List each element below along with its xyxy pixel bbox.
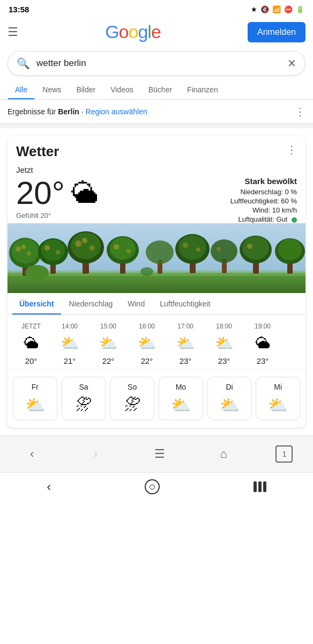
hour-icon-0: 🌥 [24, 334, 39, 352]
hour-icon-3: ⛅ [138, 334, 156, 352]
weather-header: Wetter ⋮ [8, 136, 305, 162]
air-quality-row: Luftqualität: Gut [230, 215, 297, 223]
weather-condition-icon: 🌥 [71, 177, 99, 209]
clear-search-icon[interactable]: ✕ [287, 57, 296, 70]
signin-button[interactable]: Anmelden [248, 22, 305, 42]
day-card-di[interactable]: Di ⛅ [207, 377, 252, 420]
hour-icon-6: 🌥 [255, 334, 270, 352]
svg-point-41 [278, 239, 302, 260]
hour-temp-4: 23° [180, 356, 192, 365]
more-options-icon[interactable]: ⋮ [295, 105, 305, 118]
results-location: Berlin [58, 107, 79, 116]
hour-item-2: 15:00 ⛅ 22° [89, 320, 128, 368]
day-card-mo[interactable]: Mo ⛅ [159, 377, 203, 420]
day-icon-fr: ⛅ [25, 396, 45, 414]
tab-bilder[interactable]: Bilder [69, 80, 103, 99]
svg-point-24 [126, 249, 131, 253]
hour-icon-1: ⛅ [61, 334, 79, 352]
day-card-mi[interactable]: Mi ⛅ [256, 377, 300, 420]
weather-title: Wetter [16, 143, 59, 160]
day-card-so[interactable]: So ⛈ [110, 377, 154, 420]
day-name-mi: Mi [274, 383, 282, 391]
weather-more-icon[interactable]: ⋮ [286, 143, 297, 156]
weather-tab-niederschlag[interactable]: Niederschlag [62, 293, 121, 314]
hour-icon-4: ⛅ [176, 334, 195, 352]
back-button[interactable]: ‹ [20, 442, 44, 466]
android-back-button[interactable]: ‹ [47, 479, 51, 494]
day-card-fr[interactable]: Fr ⛅ [13, 377, 57, 420]
precipitation-label: Niederschlag: [240, 188, 285, 196]
hour-temp-6: 23° [257, 356, 269, 365]
weather-tab-luftfeuchtigkeit[interactable]: Luftfeuchtigkeit [152, 293, 218, 314]
svg-point-38 [247, 244, 252, 249]
hour-temp-2: 22° [102, 356, 115, 365]
hour-temp-3: 22° [141, 356, 153, 365]
hour-time-2: 15:00 [100, 323, 116, 330]
hour-item-5: 18:00 ⛅ 23° [205, 320, 243, 368]
tab-alle[interactable]: Alle [8, 80, 35, 99]
hour-temp-5: 23° [218, 356, 230, 365]
tabs-button[interactable]: 1 [275, 445, 293, 463]
wind-label: Wind: [252, 206, 272, 214]
results-separator: · [81, 107, 86, 116]
svg-point-23 [114, 244, 119, 250]
battery-icon: 🔋 [296, 5, 304, 13]
weather-details: Stark bewölkt Niederschlag: 0 % Luftfeuc… [230, 177, 297, 223]
temperature-value: 20° [16, 177, 65, 209]
air-quality-indicator [292, 217, 297, 223]
search-bar-wrapper: 🔍 wetter berlin ✕ [0, 47, 313, 78]
weather-tab-wind[interactable]: Wind [120, 293, 152, 314]
tab-finanzen[interactable]: Finanzen [180, 80, 226, 99]
svg-point-30 [183, 243, 188, 248]
header: ☰ Google Anmelden [0, 17, 313, 47]
day-icon-sa: ⛈ [76, 396, 92, 414]
search-query[interactable]: wetter berlin [36, 58, 287, 69]
results-text: Ergebnisse für Berlin · Region auswählen [8, 107, 147, 116]
hour-item-6: 19:00 🌥 23° [243, 320, 282, 368]
android-home-button[interactable]: ○ [145, 479, 160, 494]
hourly-forecast: JETZT 🌥 20° 14:00 ⛅ 21° 15:00 ⛅ 22° 16:0… [8, 315, 305, 370]
hour-time-3: 16:00 [139, 323, 155, 330]
tab-buecher[interactable]: Bücher [141, 80, 180, 99]
hour-item-0: JETZT 🌥 20° [12, 320, 50, 368]
browser-menu-button[interactable]: ☰ [148, 442, 172, 466]
android-recent-button[interactable] [254, 481, 266, 492]
daily-forecast: Fr ⛅ Sa ⛈ So ⛈ Mo ⛅ Di ⛅ Mi ⛅ [8, 370, 305, 428]
status-time: 13:58 [9, 5, 29, 14]
forward-button[interactable]: › [84, 442, 108, 466]
bluetooth-icon: ★ [251, 5, 257, 13]
day-name-mo: Mo [176, 383, 186, 391]
svg-point-11 [41, 239, 65, 261]
humidity-label: Luftfeuchtigkeit: [230, 197, 281, 205]
weather-current: 20° 🌥 Gefühlt 20° Stark bewölkt Niedersc… [16, 177, 297, 223]
svg-point-29 [178, 235, 206, 260]
svg-point-13 [56, 250, 60, 254]
day-card-sa[interactable]: Sa ⛈ [62, 377, 106, 420]
tab-videos[interactable]: Videos [103, 80, 141, 99]
search-bar[interactable]: 🔍 wetter berlin ✕ [8, 51, 305, 76]
dnd-icon: ⛔ [284, 5, 293, 13]
svg-point-7 [27, 251, 31, 255]
weather-tab-ubersicht[interactable]: Übersicht [12, 293, 62, 314]
weather-scene-illustration [8, 223, 305, 293]
svg-point-33 [211, 239, 237, 263]
svg-point-43 [140, 267, 153, 276]
mute-icon: 🔇 [260, 5, 269, 13]
hour-temp-0: 20° [25, 356, 38, 365]
home-button[interactable]: ⌂ [212, 442, 235, 466]
svg-point-8 [21, 245, 26, 249]
hour-temp-1: 21° [64, 356, 76, 365]
day-name-sa: Sa [79, 383, 88, 391]
hour-time-6: 19:00 [255, 323, 271, 330]
svg-point-42 [25, 265, 49, 280]
svg-point-26 [146, 240, 174, 264]
svg-point-18 [90, 245, 95, 251]
temperature-display: 20° 🌥 [16, 177, 99, 209]
day-name-di: Di [226, 383, 233, 391]
region-select-link[interactable]: Region auswählen [86, 107, 147, 116]
tab-news[interactable]: News [35, 80, 69, 99]
hamburger-menu-icon[interactable]: ☰ [8, 26, 18, 38]
hourly-list: JETZT 🌥 20° 14:00 ⛅ 21° 15:00 ⛅ 22° 16:0… [8, 320, 305, 368]
humidity-value: 60 % [281, 197, 297, 205]
search-icon: 🔍 [17, 57, 30, 70]
